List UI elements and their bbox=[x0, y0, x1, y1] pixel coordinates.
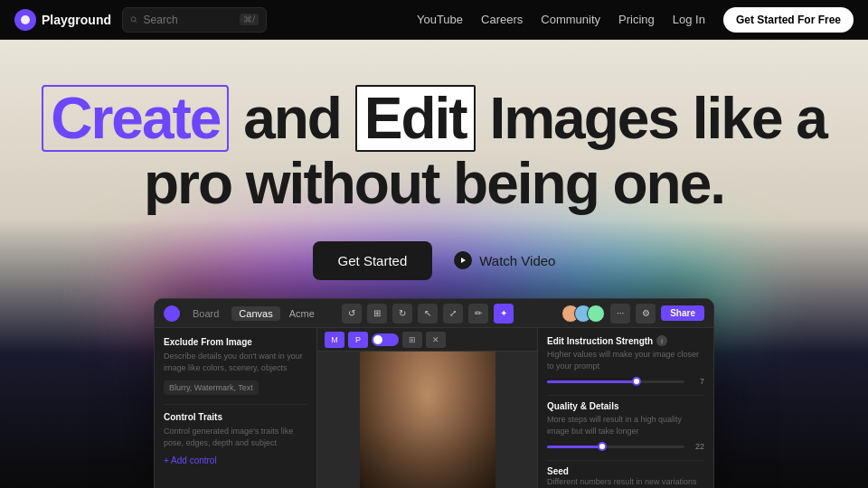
nav-community[interactable]: Community bbox=[541, 13, 600, 26]
hero-word-edit: Edit bbox=[355, 85, 476, 152]
hero-section: Create and Edit Images like a pro withou… bbox=[0, 40, 868, 488]
nav-cta-button[interactable]: Get Started For Free bbox=[723, 7, 854, 33]
toolbar-grid-icon[interactable]: ⊞ bbox=[367, 304, 387, 324]
canvas-area[interactable]: M P ⊞ ✕ bbox=[317, 328, 537, 488]
edit-strength-header: Edit Instruction Strength i bbox=[547, 335, 704, 346]
search-input[interactable] bbox=[144, 14, 235, 26]
navbar: Playground ⌘/ YouTube Careers Community … bbox=[0, 0, 868, 40]
add-control-button[interactable]: + Add control bbox=[164, 455, 307, 465]
toolbar-more-icon[interactable]: ··· bbox=[610, 304, 630, 324]
get-started-button[interactable]: Get Started bbox=[313, 241, 433, 280]
app-body: Exclude From Image Describe details you … bbox=[155, 328, 713, 488]
edit-strength-slider[interactable]: 7 bbox=[547, 377, 704, 386]
quality-header: Quality & Details bbox=[547, 401, 704, 411]
logo-icon bbox=[14, 9, 36, 31]
left-panel: Exclude From Image Describe details you … bbox=[155, 328, 317, 488]
app-toolbar: Board Canvas Acme ↺ ⊞ ↻ ↖ ⤢ ✏ ✦ ··· bbox=[155, 299, 713, 328]
canvas-btn-paint[interactable]: P bbox=[348, 332, 368, 348]
nav-careers[interactable]: Careers bbox=[481, 13, 523, 26]
slider-fill-2 bbox=[547, 446, 602, 448]
search-icon bbox=[130, 14, 138, 25]
nav-login[interactable]: Log In bbox=[673, 13, 705, 26]
nav-logo[interactable]: Playground bbox=[14, 9, 111, 31]
panel-divider-1 bbox=[164, 404, 307, 405]
exclude-section-title: Exclude From Image bbox=[164, 337, 307, 347]
canvas-sub-toolbar: M P ⊞ ✕ bbox=[317, 328, 537, 352]
canvas-toggle[interactable] bbox=[372, 333, 399, 346]
tab-board[interactable]: Board bbox=[185, 306, 226, 321]
avatar-3 bbox=[587, 305, 605, 323]
toolbar-undo-icon[interactable]: ↺ bbox=[342, 304, 362, 324]
quality-slider[interactable]: 22 bbox=[547, 442, 704, 451]
quality-title: Quality & Details bbox=[547, 401, 618, 411]
svg-point-0 bbox=[21, 15, 30, 24]
seed-title: Seed bbox=[547, 466, 704, 476]
slider-fill-1 bbox=[547, 380, 637, 383]
app-preview: Board Canvas Acme ↺ ⊞ ↻ ↖ ⤢ ✏ ✦ ··· bbox=[154, 298, 714, 488]
svg-marker-3 bbox=[461, 258, 466, 263]
quality-section: Quality & Details More steps will result… bbox=[547, 401, 704, 451]
exclude-chips: Blurry, Watermark, Text bbox=[164, 380, 307, 395]
portrait-subject bbox=[360, 352, 495, 488]
hero-word-create: Create bbox=[42, 85, 229, 152]
edit-strength-section: Edit Instruction Strength i Higher value… bbox=[547, 335, 704, 386]
slider-value-2: 22 bbox=[690, 442, 704, 451]
project-name: Acme bbox=[289, 308, 315, 319]
svg-point-1 bbox=[131, 16, 136, 21]
canvas-btn-crop[interactable]: ⊞ bbox=[402, 332, 422, 348]
toolbar-crop-icon[interactable]: ⤢ bbox=[443, 304, 463, 324]
search-bar[interactable]: ⌘/ bbox=[122, 7, 267, 33]
tab-canvas[interactable]: Canvas bbox=[231, 306, 279, 321]
slider-value-1: 7 bbox=[690, 377, 704, 386]
toolbar-cursor-icon[interactable]: ↖ bbox=[418, 304, 438, 324]
right-divider-1 bbox=[547, 395, 704, 396]
control-section-desc: Control generated image's traits like po… bbox=[164, 426, 307, 448]
nav-youtube[interactable]: YouTube bbox=[417, 13, 463, 26]
canvas-portrait-image bbox=[360, 352, 495, 488]
hero-title: Create and Edit Images like a bbox=[42, 85, 826, 152]
right-panel: Edit Instruction Strength i Higher value… bbox=[537, 328, 713, 488]
logo-text: Playground bbox=[42, 13, 111, 27]
toolbar-magic-icon[interactable]: ✦ bbox=[494, 304, 514, 324]
nav-links: YouTube Careers Community Pricing Log In… bbox=[417, 7, 854, 33]
watch-video-label: Watch Video bbox=[479, 253, 555, 268]
watch-video-button[interactable]: Watch Video bbox=[454, 251, 555, 269]
app-logo-small bbox=[164, 305, 180, 322]
exclude-section-desc: Describe details you don't want in your … bbox=[164, 351, 307, 373]
svg-line-2 bbox=[135, 21, 137, 23]
hero-buttons: Get Started Watch Video bbox=[42, 241, 826, 280]
app-toolbar-left: Board Canvas Acme bbox=[164, 305, 315, 322]
avatar-group bbox=[561, 305, 605, 323]
slider-track-2 bbox=[547, 446, 684, 448]
share-button[interactable]: Share bbox=[661, 305, 704, 321]
right-divider-2 bbox=[547, 460, 704, 461]
edit-strength-info[interactable]: i bbox=[656, 335, 667, 346]
seed-section: Seed Different numbers result in new var… bbox=[547, 466, 704, 488]
toolbar-brush-icon[interactable]: ✏ bbox=[468, 304, 488, 324]
edit-strength-desc: Higher values will make your image close… bbox=[547, 349, 704, 371]
control-section-title: Control Traits bbox=[164, 412, 307, 422]
canvas-btn-mask[interactable]: M bbox=[325, 332, 344, 348]
search-shortcut: ⌘/ bbox=[240, 14, 259, 25]
quality-desc: More steps will result in a high quality… bbox=[547, 414, 704, 436]
portrait-overlay bbox=[360, 352, 495, 488]
hero-title-suffix: Images like a bbox=[489, 86, 826, 151]
slider-thumb-2[interactable] bbox=[598, 442, 607, 451]
edit-strength-title: Edit Instruction Strength i bbox=[547, 335, 667, 346]
toolbar-redo-icon[interactable]: ↻ bbox=[392, 304, 412, 324]
seed-desc: Different numbers result in new variatio… bbox=[547, 476, 704, 488]
nav-pricing[interactable]: Pricing bbox=[618, 13, 655, 26]
hero-and: and bbox=[243, 86, 355, 151]
canvas-btn-erase[interactable]: ✕ bbox=[426, 332, 446, 348]
toolbar-settings-icon[interactable]: ⚙ bbox=[636, 304, 656, 324]
play-icon bbox=[454, 251, 472, 269]
hero-content: Create and Edit Images like a pro withou… bbox=[42, 40, 826, 280]
slider-thumb-1[interactable] bbox=[632, 377, 641, 386]
exclude-chip[interactable]: Blurry, Watermark, Text bbox=[164, 380, 259, 395]
hero-title-line2: pro without being one. bbox=[42, 152, 826, 215]
app-toolbar-icons: ↺ ⊞ ↻ ↖ ⤢ ✏ ✦ bbox=[342, 304, 514, 324]
slider-track-1 bbox=[547, 380, 684, 383]
app-toolbar-right: ··· ⚙ Share bbox=[561, 304, 704, 324]
